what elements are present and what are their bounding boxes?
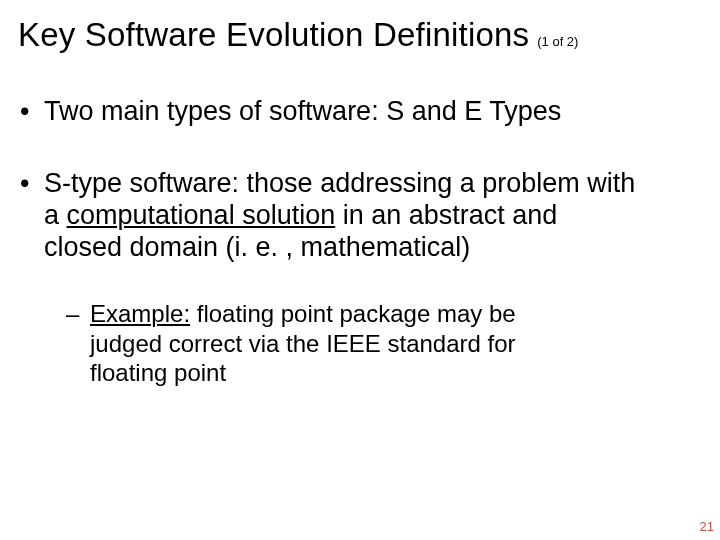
bullet-list: Two main types of software: S and E Type… [18,96,702,387]
page-number: 21 [700,519,714,534]
list-item: S-type software: those addressing a prob… [44,168,702,387]
sub-list: Example: floating point package may be j… [44,299,642,387]
example-label: Example: [90,300,190,327]
bullet-text: Two main types of software: S and E Type… [44,96,561,126]
list-item: Example: floating point package may be j… [90,299,642,387]
bullet-text-underline: computational solution [67,200,336,230]
slide-title: Key Software Evolution Definitions [18,16,529,54]
pager: (1 of 2) [537,34,578,49]
slide: Key Software Evolution Definitions (1 of… [0,0,720,540]
title-row: Key Software Evolution Definitions (1 of… [18,16,702,54]
list-item: Two main types of software: S and E Type… [44,96,702,128]
